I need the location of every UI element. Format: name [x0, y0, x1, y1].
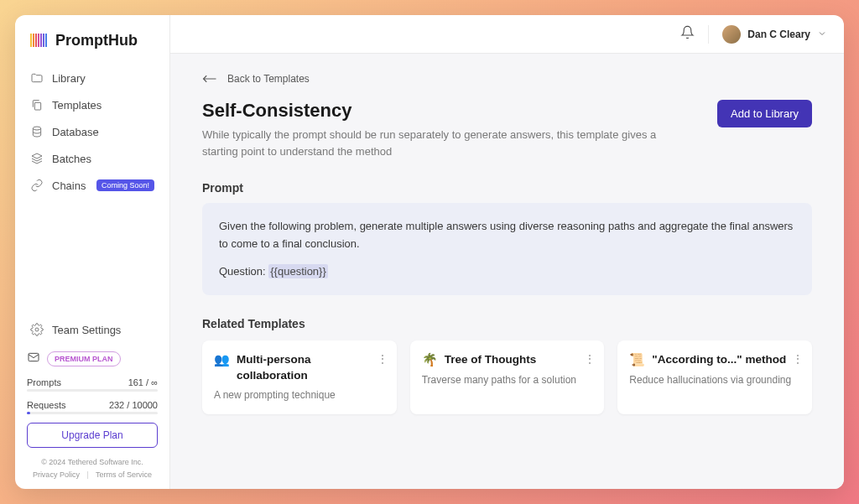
nav-label: Database — [52, 126, 99, 138]
svg-rect-0 — [30, 34, 32, 47]
plan-badge: PREMIUM PLAN — [47, 351, 121, 366]
card-emoji: 🌴 — [422, 352, 438, 367]
prompt-body: Given the following problem, generate mu… — [219, 218, 795, 253]
sidebar: PromptHub Library Templates Database Bat… — [15, 15, 170, 489]
copyright: © 2024 Tethered Software Inc. — [27, 456, 158, 468]
user-menu[interactable]: Dan C Cleary — [722, 25, 827, 44]
chevron-down-icon — [817, 27, 827, 42]
prompt-question: Question: {{question}} — [219, 263, 795, 281]
app-window: PromptHub Library Templates Database Bat… — [15, 15, 844, 489]
layers-icon — [30, 152, 44, 165]
mail-icon — [27, 351, 40, 367]
related-card[interactable]: ⋮ 🌴 Tree of Thoughts Traverse many paths… — [410, 340, 605, 413]
notifications-button[interactable] — [680, 25, 695, 43]
nav-item-team-settings[interactable]: Team Settings — [23, 317, 161, 342]
page-description: While typically the prompt should be run… — [202, 127, 672, 159]
add-to-library-button[interactable]: Add to Library — [717, 100, 812, 127]
gear-icon — [30, 323, 44, 336]
nav-label: Chains — [52, 179, 86, 192]
svg-point-9 — [35, 328, 39, 331]
svg-rect-10 — [29, 354, 39, 361]
coming-soon-badge: Coming Soon! — [96, 179, 154, 191]
privacy-link[interactable]: Privacy Policy — [33, 470, 80, 479]
svg-rect-6 — [45, 34, 47, 47]
card-desc: Traverse many paths for a solution — [422, 373, 593, 387]
card-desc: A new prompting technique — [214, 388, 385, 403]
svg-rect-2 — [35, 34, 37, 47]
nav-item-templates[interactable]: Templates — [23, 92, 161, 117]
card-title: "According to..." method — [652, 352, 800, 367]
copy-icon — [30, 98, 44, 112]
related-card[interactable]: ⋮ 👥 Multi-persona collaboration A new pr… — [202, 340, 397, 413]
link-icon — [30, 179, 44, 192]
prompts-bar — [27, 389, 158, 392]
prompt-label: Prompt — [202, 181, 812, 195]
card-menu-button[interactable]: ⋮ — [377, 352, 388, 366]
svg-rect-1 — [33, 34, 34, 47]
requests-label: Requests — [27, 400, 65, 410]
content: Back to Templates Self-Consistency While… — [170, 54, 844, 489]
nav-label: Team Settings — [52, 324, 121, 336]
card-desc: Reduce hallucinations via grounding — [629, 373, 800, 387]
upgrade-plan-button[interactable]: Upgrade Plan — [27, 423, 158, 448]
nav-item-library[interactable]: Library — [23, 65, 161, 91]
logo-text: PromptHub — [55, 32, 138, 49]
nav-item-chains[interactable]: Chains Coming Soon! — [23, 173, 161, 198]
card-menu-button[interactable]: ⋮ — [584, 352, 596, 366]
main: Dan C Cleary Back to Templates Self-Cons… — [170, 15, 844, 489]
logo-icon — [29, 30, 49, 50]
user-name: Dan C Cleary — [747, 29, 810, 40]
requests-bar — [27, 412, 158, 414]
terms-link[interactable]: Terms of Service — [96, 470, 152, 479]
topbar: Dan C Cleary — [170, 15, 844, 54]
nav-label: Batches — [52, 153, 91, 165]
prompt-variable: {{question}} — [268, 264, 328, 278]
prompts-value: 161 / ∞ — [128, 377, 158, 387]
svg-point-8 — [33, 127, 40, 130]
related-card[interactable]: ⋮ 📜 "According to..." method Reduce hall… — [617, 340, 812, 413]
nav-label: Templates — [52, 99, 102, 112]
nav-item-database[interactable]: Database — [23, 119, 161, 144]
plan-section: PREMIUM PLAN Prompts 161 / ∞ Requests 23… — [23, 351, 161, 481]
related-templates: ⋮ 👥 Multi-persona collaboration A new pr… — [202, 340, 812, 413]
svg-rect-3 — [38, 34, 39, 47]
requests-value: 232 / 10000 — [109, 400, 158, 410]
page-title: Self-Consistency — [202, 100, 672, 122]
logo[interactable]: PromptHub — [23, 30, 161, 65]
folder-icon — [30, 71, 44, 85]
avatar — [722, 25, 741, 44]
back-to-templates[interactable]: Back to Templates — [202, 73, 310, 85]
nav-label: Library — [52, 72, 86, 85]
card-emoji: 👥 — [214, 352, 230, 367]
card-title: Multi-persona collaboration — [237, 352, 385, 382]
prompts-label: Prompts — [27, 377, 61, 387]
database-icon — [30, 125, 44, 138]
card-emoji: 📜 — [629, 352, 645, 367]
divider — [708, 25, 709, 44]
svg-rect-4 — [40, 34, 42, 47]
related-label: Related Templates — [202, 317, 812, 330]
nav: Library Templates Database Batches Chain… — [23, 65, 161, 198]
svg-rect-5 — [43, 34, 44, 47]
footer: © 2024 Tethered Software Inc. Privacy Po… — [27, 456, 158, 481]
back-label: Back to Templates — [227, 73, 310, 85]
card-title: Tree of Thoughts — [445, 352, 593, 367]
svg-rect-7 — [34, 102, 40, 110]
prompt-box: Given the following problem, generate mu… — [202, 203, 812, 295]
nav-item-batches[interactable]: Batches — [23, 146, 161, 171]
card-menu-button[interactable]: ⋮ — [792, 352, 804, 366]
